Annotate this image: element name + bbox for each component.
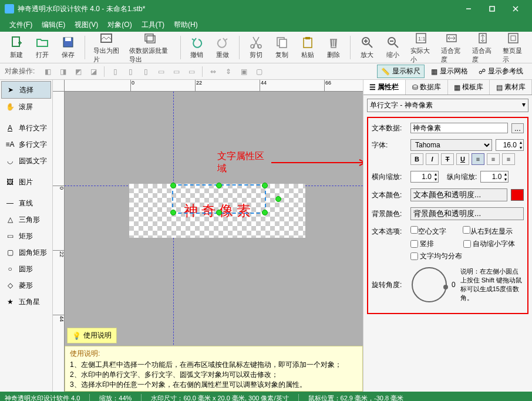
maximize-button[interactable] [480,0,504,18]
handle-rotate[interactable] [275,196,281,202]
font-label: 字体: [372,140,407,150]
align-center-button[interactable]: ≡ [487,153,500,165]
save-button[interactable]: 保存 [56,34,80,60]
bg-color-button[interactable]: 背景颜色和透明度... [410,207,524,220]
align-mid-icon[interactable]: ▭ [169,66,183,77]
tool-roundrect[interactable]: ▢圆角矩形 [1,244,51,261]
canvas[interactable]: 文字属性区域 神 奇 像 素 💡 使用说明 使用说明: 1、左 [65,92,363,392]
align-center-icon[interactable]: ▯ [123,66,137,77]
hscale-input[interactable]: ▴▾ [410,171,439,183]
tool-single-text[interactable]: A单行文字 [1,120,51,136]
tool-diamond[interactable]: ◇菱形 [1,277,51,294]
text-color-swatch[interactable] [511,189,524,201]
delete-button[interactable]: 删除 [322,34,345,60]
zoom-out-button[interactable]: 缩小 [381,34,405,60]
undo-button[interactable]: 撤销 [185,34,208,60]
font-select[interactable]: Tahoma [410,139,492,151]
db-icon: ⛁ [412,83,418,92]
cut-button[interactable]: 剪切 [244,34,268,60]
handle-sw[interactable] [170,210,176,215]
close-button[interactable] [504,0,527,18]
tool-star[interactable]: ★五角星 [1,294,51,310]
menu-edit[interactable]: 编辑(E) [37,19,70,31]
tool-multi-text[interactable]: ≡A多行文字 [1,136,51,153]
tool-rect[interactable]: ▭矩形 [1,228,51,244]
align-left-button[interactable]: ≡ [472,153,484,165]
export-image-button[interactable]: 导出为图片 [90,30,123,65]
horizontal-ruler[interactable]: 0 22 44 66 [65,80,363,92]
handle-nw[interactable] [170,183,176,188]
object-selector[interactable]: 单行文字 - 神奇像素▾ [367,99,528,112]
vscale-input[interactable]: ▴▾ [480,171,509,183]
menu-file[interactable]: 文件(F) [5,19,37,31]
tab-database[interactable]: ⛁数据库 [406,80,448,95]
show-grid-button[interactable]: ▦显示网格 [427,65,472,78]
rotate-dial[interactable] [412,267,447,302]
show-ruler-button[interactable]: 📏显示标尺 [377,65,425,78]
redo-button[interactable]: 重做 [211,34,234,60]
fit-height-button[interactable]: 适合高度 [469,30,497,65]
handle-se[interactable] [262,210,268,215]
new-button[interactable]: 新建 [5,34,28,60]
zoom-out-icon [386,35,400,49]
copy-button[interactable]: 复制 [270,34,294,60]
strike-button[interactable]: T [441,153,454,165]
text-color-button[interactable]: 文本颜色和透明度... [410,188,507,201]
zoom-in-button[interactable]: 放大 [355,34,379,60]
grid-icon: ▦ [431,68,437,76]
layer-icon-1[interactable]: ◧ [41,66,55,77]
handle-n[interactable] [216,183,222,188]
opt-vertical[interactable]: 竖排 [410,239,434,249]
text-data-input[interactable] [410,123,508,133]
opt-even[interactable]: 文字均匀分布 [410,251,524,261]
opt-rtl[interactable]: 从右到左显示 [463,226,513,237]
dist-v-icon[interactable]: ⇕ [221,66,235,77]
zoom-actual-button[interactable]: 1:1实际大小 [407,30,435,65]
tool-arc-text[interactable]: ◡圆弧文字 [1,153,51,169]
italic-button[interactable]: I [426,153,439,165]
menu-tools[interactable]: 工具(T) [137,19,169,31]
bold-button[interactable]: B [410,153,423,165]
group-icon[interactable]: ▣ [237,66,251,77]
layer-icon-3[interactable]: ◩ [71,66,85,77]
align-right-button[interactable]: ≡ [502,153,515,165]
tool-image[interactable]: 🖼图片 [1,174,51,190]
layer-icon-2[interactable]: ◨ [56,66,70,77]
export-batch-button[interactable]: 依数据源批量导出 [126,30,175,65]
text-data-more-button[interactable]: ... [511,123,524,133]
menu-view[interactable]: 视图(V) [70,19,103,31]
tab-properties[interactable]: ☰属性栏 [363,80,406,95]
show-guides-button[interactable]: ☍显示参考线 [474,65,527,78]
align-top-icon[interactable]: ▭ [154,66,168,77]
fit-width-button[interactable]: 适合宽度 [437,30,466,65]
tool-select[interactable]: ➤选择 [1,81,51,99]
tool-line[interactable]: —直线 [1,195,51,211]
fit-page-button[interactable]: 整页显示 [499,30,527,65]
open-button[interactable]: 打开 [31,34,54,60]
handle-ne[interactable] [262,183,268,188]
menu-object[interactable]: 对象(O) [103,19,136,31]
menu-help[interactable]: 帮助(H) [169,19,203,31]
underline-button[interactable]: U [456,153,469,165]
help-toggle-button[interactable]: 💡 使用说明 [67,328,117,343]
opt-hollow[interactable]: 空心文字 [410,226,446,237]
paste-button[interactable]: 粘贴 [296,34,319,60]
align-bot-icon[interactable]: ▭ [184,66,198,77]
list-icon: ☰ [369,83,376,92]
tab-materials[interactable]: ▤素材库 [490,80,532,95]
opt-autoshrink[interactable]: 自动缩小字体 [463,239,515,249]
handle-s[interactable] [216,210,222,215]
align-left-icon[interactable]: ▯ [108,66,122,77]
font-size-input[interactable]: ▴▾ [496,139,524,151]
dist-h-icon[interactable]: ⇔ [206,66,220,77]
align-right-icon[interactable]: ▯ [139,66,153,77]
format-row: B I T U ≡ ≡ ≡ [410,153,524,165]
layer-icon-4[interactable]: ◪ [86,66,100,77]
tool-pan[interactable]: ✋滚屏 [1,99,51,115]
tab-templates[interactable]: ▦模板库 [448,80,490,95]
minimize-button[interactable] [457,0,480,18]
tool-triangle[interactable]: △三角形 [1,211,51,228]
ungroup-icon[interactable]: ▢ [252,66,266,77]
tool-ellipse[interactable]: ○圆形 [1,261,51,277]
vertical-ruler[interactable]: 0 22 44 [53,92,65,392]
